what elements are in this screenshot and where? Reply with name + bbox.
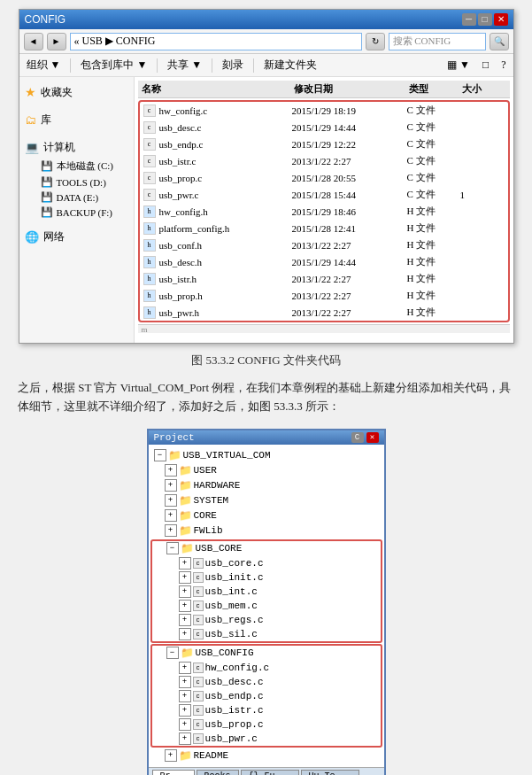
tree-label-usb-core: USB_CORE	[196, 543, 243, 554]
sidebar-item-drive-e[interactable]: 💾 DATA (E:)	[37, 190, 134, 205]
expand-usb-config[interactable]: −	[166, 647, 179, 659]
col-type[interactable]: 类型	[409, 82, 462, 96]
tree-node-usb-init-c[interactable]: + c usb_init.c	[152, 570, 381, 585]
back-button[interactable]: ◄	[24, 33, 43, 50]
tree-node-usb-prop-c[interactable]: + c usb_prop.c	[152, 717, 381, 732]
tree-node-usb-pwr-c[interactable]: + c usb_pwr.c	[152, 732, 381, 746]
expand-usb-core[interactable]: −	[166, 542, 179, 554]
sidebar-item-drive-f[interactable]: 💾 BACKUP (F:)	[37, 205, 134, 220]
tree-node-usb-config[interactable]: − 📁 USB_CONFIG	[152, 646, 381, 661]
drives-list: 💾 本地磁盘 (C:) 💾 TOOLS (D:) 💾 DATA (E:) 💾 B…	[19, 158, 134, 220]
project-x-button[interactable]: ✕	[366, 432, 379, 443]
tree-node-usb-regs-c[interactable]: + c usb_regs.c	[152, 613, 381, 627]
file-icon-h: h	[143, 222, 156, 235]
col-name[interactable]: 名称	[142, 82, 294, 96]
tree-node-usb-sil-c[interactable]: + c usb_sil.c	[152, 627, 381, 641]
tree-node-hardware[interactable]: + 📁 HARDWARE	[150, 478, 382, 493]
expand-core[interactable]: +	[165, 509, 177, 522]
table-row[interactable]: c hw_config.c 2015/1/29 18:19 C 文件	[140, 102, 508, 119]
col-size[interactable]: 大小	[462, 82, 506, 96]
table-row[interactable]: h usb_istr.h 2013/1/22 2:27 H 文件	[140, 270, 508, 287]
sidebar-item-drive-d[interactable]: 💾 TOOLS (D:)	[37, 174, 134, 190]
tab-templates[interactable]: Uu Te...	[301, 770, 359, 775]
expand-usb-regs-c[interactable]: +	[179, 614, 191, 626]
table-row[interactable]: h usb_conf.h 2013/1/22 2:27 H 文件	[140, 236, 508, 253]
expand-usb-istr-c[interactable]: +	[179, 704, 191, 717]
expand-usb-mem-c[interactable]: +	[179, 600, 191, 612]
tree-node-usb-endp-c[interactable]: + c usb_endp.c	[152, 689, 381, 703]
sidebar-item-favorites[interactable]: ★ 收藏夹	[19, 82, 134, 103]
expand-hw-config-c[interactable]: +	[179, 662, 191, 674]
table-row[interactable]: c usb_pwr.c 2015/1/28 15:44 C 文件 1	[140, 186, 508, 203]
expand-usb-pwr-c[interactable]: +	[179, 732, 191, 745]
tree-node-usb-core-c[interactable]: + c usb_core.c	[152, 556, 381, 570]
view-button[interactable]: ▦ ▼	[444, 58, 473, 73]
expand-usb-prop-c[interactable]: +	[179, 718, 191, 731]
sidebar-item-network[interactable]: 🌐 网络	[19, 227, 134, 247]
tree-node-user[interactable]: + 📁 USER	[150, 463, 382, 478]
new-folder-button[interactable]: 新建文件夹	[261, 57, 320, 74]
expand-usb-int-c[interactable]: +	[179, 585, 191, 598]
table-row[interactable]: h usb_desc.h 2015/1/29 14:44 H 文件	[140, 253, 508, 270]
expand-fwlib[interactable]: +	[165, 524, 177, 537]
expand-readme[interactable]: +	[165, 749, 177, 762]
tree-node-core[interactable]: + 📁 CORE	[150, 508, 382, 523]
table-row[interactable]: c usb_endp.c 2015/1/29 12:22 C 文件	[140, 136, 508, 152]
expand-usb-core-c[interactable]: +	[179, 557, 191, 570]
tree-node-usb-mem-c[interactable]: + c usb_mem.c	[152, 599, 381, 613]
search-button[interactable]: 🔍	[490, 33, 509, 50]
expand-usb-endp-c[interactable]: +	[179, 690, 191, 702]
file-icon-usb-init-c: c	[193, 572, 204, 583]
project-close-button[interactable]: C	[351, 432, 364, 443]
explorer-window: CONFIG ─ □ ✕ ◄ ► « USB ▶ CONFIG ↻ 搜索 CON…	[19, 9, 514, 344]
file-icon-usb-sil-c: c	[193, 629, 204, 639]
tree-node-system[interactable]: + 📁 SYSTEM	[150, 493, 382, 508]
tree-node-readme[interactable]: + 📁 README	[150, 748, 382, 763]
expand-root[interactable]: −	[154, 449, 166, 461]
tab-project[interactable]: Pr...	[152, 770, 195, 775]
expand-user[interactable]: +	[165, 464, 177, 477]
expand-usb-desc-c[interactable]: +	[179, 676, 191, 688]
search-box[interactable]: 搜索 CONFIG	[389, 33, 486, 50]
help-button[interactable]: ?	[498, 58, 508, 73]
table-row[interactable]: h hw_config.h 2015/1/29 18:46 H 文件	[140, 203, 508, 220]
close-button[interactable]: ✕	[494, 13, 508, 26]
address-path[interactable]: « USB ▶ CONFIG	[70, 33, 362, 50]
col-date[interactable]: 修改日期	[294, 82, 409, 96]
tree-node-hw-config-c[interactable]: + c hw_config.c	[152, 661, 381, 675]
expand-system[interactable]: +	[165, 494, 177, 507]
refresh-button[interactable]: ↻	[366, 33, 385, 50]
tree-node-usb-int-c[interactable]: + c usb_int.c	[152, 585, 381, 599]
forward-button[interactable]: ►	[47, 33, 66, 50]
tree-label-usb-regs-c: usb_regs.c	[205, 615, 264, 625]
maximize-button[interactable]: □	[478, 13, 492, 26]
tab-functions[interactable]: {} Fu...	[241, 770, 299, 775]
include-library-button[interactable]: 包含到库中 ▼	[78, 57, 150, 74]
sidebar-item-library[interactable]: 🗂 库	[19, 110, 134, 130]
sidebar-item-drive-c[interactable]: 💾 本地磁盘 (C:)	[37, 158, 134, 174]
organize-button[interactable]: 组织 ▼	[24, 57, 64, 74]
expand-usb-sil-c[interactable]: +	[179, 628, 191, 640]
tree-node-usb-istr-c[interactable]: + c usb_istr.c	[152, 703, 381, 717]
table-row[interactable]: c usb_istr.c 2013/1/22 2:27 C 文件	[140, 152, 508, 169]
sidebar-item-computer[interactable]: 💻 计算机	[19, 137, 134, 158]
table-row[interactable]: h platform_config.h 2015/1/28 12:41 H 文件	[140, 220, 508, 236]
file-icon-usb-core-c: c	[193, 558, 204, 569]
tab-books[interactable]: Books	[197, 770, 239, 775]
table-row[interactable]: c usb_desc.c 2015/1/29 14:44 C 文件	[140, 119, 508, 136]
expand-usb-init-c[interactable]: +	[179, 571, 191, 584]
share-button[interactable]: 共享 ▼	[165, 57, 204, 74]
table-row[interactable]: c usb_prop.c 2015/1/28 20:55 C 文件	[140, 169, 508, 186]
tree-node-usb-core[interactable]: − 📁 USB_CORE	[152, 541, 381, 556]
drive-f-label: BACKUP (F:)	[57, 207, 112, 218]
view-toggle[interactable]: □	[480, 58, 491, 73]
tree-node-root[interactable]: − 📁 USB_VIRTUAL_COM	[150, 448, 382, 463]
minimize-button[interactable]: ─	[462, 13, 476, 26]
expand-hardware[interactable]: +	[165, 479, 177, 492]
tree-node-fwlib[interactable]: + 📁 FWLib	[150, 523, 382, 539]
tree-node-usb-desc-c[interactable]: + c usb_desc.c	[152, 675, 381, 689]
table-row[interactable]: h usb_prop.h 2013/1/22 2:27 H 文件	[140, 287, 508, 304]
horizontal-scrollbar[interactable]: m	[138, 324, 510, 333]
burn-button[interactable]: 刻录	[220, 57, 246, 74]
table-row[interactable]: h usb_pwr.h 2013/1/22 2:27 H 文件	[140, 304, 508, 321]
